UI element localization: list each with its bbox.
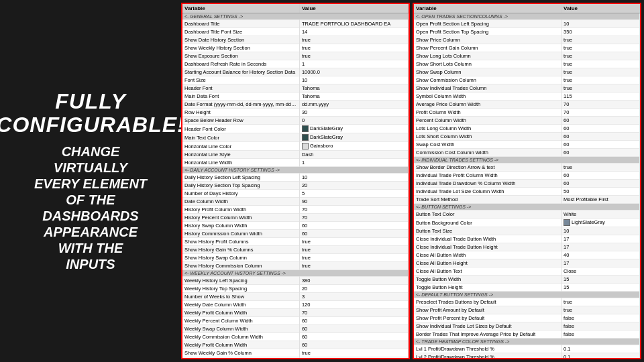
table-row: Symbol Column Width115	[414, 93, 640, 101]
table-row: Show Profit Amount by Defaulttrue	[414, 306, 640, 314]
table-row: Show Long Lots Columntrue	[414, 52, 640, 60]
table-row: Show Exposure Sectiontrue	[182, 52, 409, 60]
table-row: Show Weekly History Sectiontrue	[182, 44, 409, 52]
table-row: Show Weekly Gain % Columntrue	[182, 349, 409, 357]
table-row: Trade Sort MethodMost Profitable First	[414, 196, 640, 204]
table-row: <- DEFAULT BUTTON SETTINGS ->	[414, 292, 640, 298]
table-row: Number of Weeks to Show3	[182, 293, 409, 301]
table-row: History Percent Column Width70	[182, 214, 409, 222]
col-value-2: Value	[561, 4, 640, 13]
table-row: <- WEEKLY ACCOUNT HISTORY SETTINGS ->	[182, 270, 409, 277]
table-row: Individual Trade Profit Column Width60	[414, 172, 640, 180]
table-row: Horizontal Line StyleDash	[182, 151, 409, 159]
table-row: Show Border Direction Arrow & texttrue	[414, 164, 640, 172]
col-value-1: Value	[299, 4, 408, 13]
right-area: Variable Value <- GENERAL SETTINGS ->Das…	[181, 0, 644, 362]
table-row: Show Short Lots Columntrue	[414, 60, 640, 68]
table-row: Border Trades That Improve Average Price…	[414, 330, 640, 339]
table-row: Show Individual Trade Lot Sizes by Defau…	[414, 322, 640, 330]
table-row: Profit Column Width70	[414, 109, 640, 117]
table-row: Open Profit Section Left Spacing10	[414, 20, 640, 28]
table-row: Show History Profit Columnstrue	[182, 238, 409, 246]
table-row: Lots Long Column Width60	[414, 125, 640, 133]
table-row: Close Individual Trade Button Width17	[414, 235, 640, 243]
table-row: Daily History Section Top Spacing20	[182, 182, 409, 190]
table-row: Weekly Commission Column Width60	[182, 333, 409, 341]
table-row: Show Percent Gain Columntrue	[414, 44, 640, 52]
table-panel-2: Variable Value <- OPEN TRADES SECTION/CO…	[413, 3, 641, 359]
table-row: History Commission Column Width60	[182, 230, 409, 238]
table-row: Average Price Column Width70	[414, 101, 640, 109]
table-row: <- GENERAL SETTINGS ->	[182, 13, 409, 20]
table-row: Show Swap Columntrue	[414, 68, 640, 76]
table-row: Weekly History Left Spacing380	[182, 277, 409, 285]
table-row: Show Price Columntrue	[414, 36, 640, 44]
table-row: Daily History Section Left Spacing10	[182, 174, 409, 182]
table-row: Show History Swap Columntrue	[182, 254, 409, 262]
table-row: Main Data FontTahoma	[182, 93, 409, 101]
table-row: Horizontal Line ColorGainsboro	[182, 142, 409, 151]
table-row: Button Text Size10	[414, 227, 640, 235]
table-row: Date Format (yyyy-mm-dd, dd-mm-yyyy, mm-…	[182, 101, 409, 109]
subheadline-change: CHANGE VIRTUALLY EVERY ELEMENT OF THE DA…	[34, 143, 147, 272]
table-row: Individual Trade Drawdown % Column Width…	[414, 180, 640, 188]
table-row: Row Height30	[182, 109, 409, 117]
table-row: Preselect Trades Buttons by Defaulttrue	[414, 298, 640, 306]
table-row: Lvl 2 Profit/Drawdown Threshold %0.1	[414, 353, 640, 358]
col-variable-1: Variable	[182, 4, 299, 13]
color-swatch	[564, 219, 570, 226]
table-row: Toggle Button Height15	[414, 284, 640, 292]
table-row: <- DAILY ACCOUNT HISTORY SETTINGS ->	[182, 167, 409, 174]
table-row: Header Font ColorDarkSlateGray	[182, 125, 409, 133]
table-row: Dashboard Title Font Size14	[182, 28, 409, 36]
settings-table-1: Variable Value <- GENERAL SETTINGS ->Das…	[182, 4, 409, 358]
table-row: Toggle Button Width15	[414, 276, 640, 284]
left-panel: FULLY CONFIGURABLE! CHANGE VIRTUALLY EVE…	[0, 0, 181, 362]
table-row: Individual Trade Lot Size Column Width50	[414, 188, 640, 196]
color-swatch	[302, 134, 309, 141]
table-row: <- OPEN TRADES SECTION/COLUMNS ->	[414, 13, 640, 20]
table-row: Show Individual Trades Columntrue	[414, 84, 640, 93]
col-variable-2: Variable	[414, 4, 561, 13]
color-swatch	[302, 143, 309, 149]
table-row: Font Size10	[182, 76, 409, 84]
table-row: Button Background ColorLightSlateGray	[414, 219, 640, 227]
table-row: Weekly Profit Column Width70	[182, 309, 409, 317]
table-row: Lvl 1 Profit/Drawdown Threshold %0.1	[414, 345, 640, 353]
table-row: Space Below Header Row0	[182, 117, 409, 125]
table-row: Lots Short Column Width60	[414, 133, 640, 141]
table-row: History Profit Column Width70	[182, 206, 409, 214]
table-row: Date Column Width90	[182, 198, 409, 206]
table-row: History Swap Column Width60	[182, 222, 409, 230]
table-row: Button Text ColorWhite	[414, 210, 640, 219]
table-row: Commission Cost Column Width60	[414, 149, 640, 157]
table-row: Starting Account Balance for History Sec…	[182, 68, 409, 76]
table-panel-1: Variable Value <- GENERAL SETTINGS ->Das…	[181, 3, 410, 359]
table-row: Dashboard TitleTRADE PORTFOLIO DASHBOARD…	[182, 20, 409, 28]
table-row: Show Profit Percent by Defaultfalse	[414, 314, 640, 322]
table-row: Swap Cost Width60	[414, 141, 640, 149]
table-row: Dashboard Refresh Rate in Seconds1	[182, 60, 409, 68]
table-row: Weekly Date Column Width120	[182, 301, 409, 309]
table-row: Open Profit Section Top Spacing350	[414, 28, 640, 36]
table-row: Main Text ColorDarkSlateGray	[182, 133, 409, 142]
table-row: <- BUTTON SETTINGS ->	[414, 204, 640, 210]
color-swatch	[302, 125, 309, 132]
table-row: Weekly History Top Spacing20	[182, 285, 409, 293]
table-row: Show Date History Sectiontrue	[182, 36, 409, 44]
table-row: <- TRADE HEATMAP COLOR SETTINGS ->	[414, 339, 640, 345]
table-row: Show History Gain % Columnstrue	[182, 246, 409, 254]
table-row: Header FontTahoma	[182, 84, 409, 93]
table-row: Weekly Percent Column Width60	[182, 317, 409, 325]
headline-fully-configurable: FULLY CONFIGURABLE!	[0, 90, 185, 137]
table-row: Weekly Profit Column Width60	[182, 341, 409, 349]
settings-table-2: Variable Value <- OPEN TRADES SECTION/CO…	[414, 4, 640, 358]
table-row: Horizontal Line Width1	[182, 159, 409, 167]
table-row: Close All Button Height17	[414, 259, 640, 267]
table-row: Close Individual Trade Button Height17	[414, 243, 640, 251]
table-row: Show Commission Columntrue	[414, 76, 640, 84]
table-row: Weekly Swap Column Width60	[182, 325, 409, 333]
table-row: Show Weekly Swap Columntrue	[182, 357, 409, 358]
table-row: Close All Button TextClose	[414, 267, 640, 276]
table-row: Number of Days History5	[182, 190, 409, 198]
